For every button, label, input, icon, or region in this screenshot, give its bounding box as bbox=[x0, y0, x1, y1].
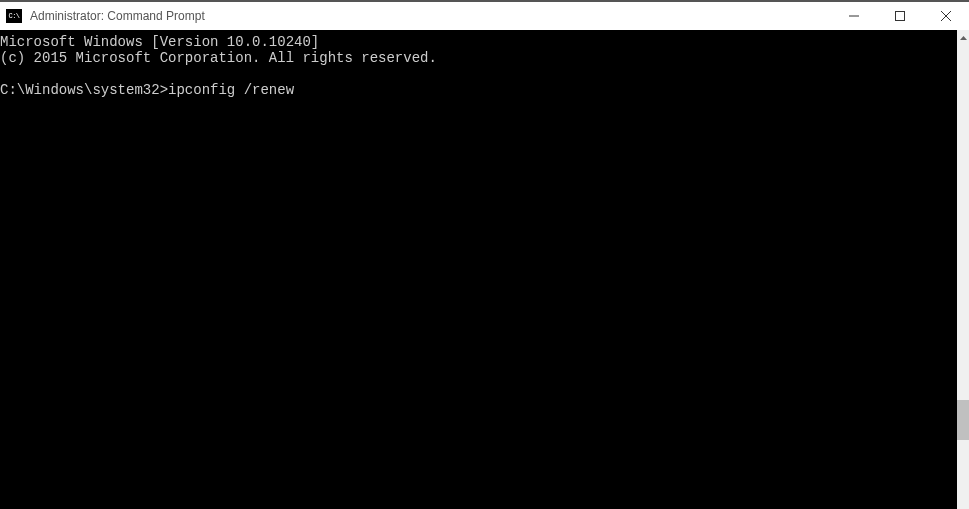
terminal-output-line: (c) 2015 Microsoft Corporation. All righ… bbox=[0, 50, 957, 66]
scrollbar-thumb[interactable] bbox=[957, 400, 969, 440]
app-icon: C:\ bbox=[6, 9, 22, 23]
window-title: Administrator: Command Prompt bbox=[30, 9, 831, 23]
maximize-icon bbox=[895, 11, 905, 21]
minimize-icon bbox=[849, 11, 859, 21]
minimize-button[interactable] bbox=[831, 2, 877, 30]
terminal-prompt-line: C:\Windows\system32>ipconfig /renew bbox=[0, 82, 957, 98]
scroll-up-button[interactable] bbox=[957, 30, 969, 45]
command-input[interactable]: ipconfig /renew bbox=[168, 82, 294, 98]
terminal-output-line: Microsoft Windows [Version 10.0.10240] bbox=[0, 34, 957, 50]
close-icon bbox=[941, 11, 951, 21]
vertical-scrollbar[interactable] bbox=[957, 30, 969, 509]
close-button[interactable] bbox=[923, 2, 969, 30]
window-controls bbox=[831, 2, 969, 30]
titlebar[interactable]: C:\ Administrator: Command Prompt bbox=[0, 0, 969, 30]
terminal-area[interactable]: Microsoft Windows [Version 10.0.10240] (… bbox=[0, 30, 957, 509]
app-icon-text: C:\ bbox=[8, 13, 19, 20]
maximize-button[interactable] bbox=[877, 2, 923, 30]
prompt-text: C:\Windows\system32> bbox=[0, 82, 168, 98]
svg-rect-1 bbox=[896, 12, 905, 21]
chevron-up-icon bbox=[960, 36, 967, 40]
